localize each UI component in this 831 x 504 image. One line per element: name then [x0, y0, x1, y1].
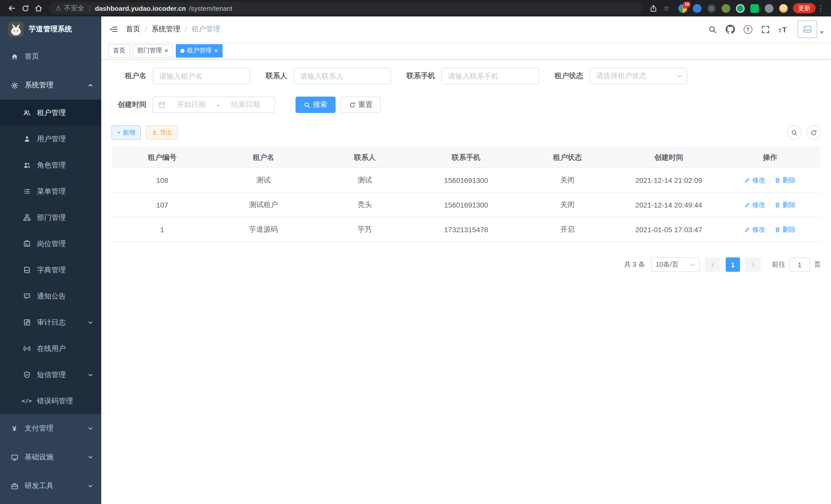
tab-tenant[interactable]: 租户管理 ×: [175, 44, 223, 57]
goto-page-input[interactable]: [790, 258, 810, 272]
pagination: 共 3 条 10条/页 1 前往 页: [112, 258, 821, 272]
extension-icon[interactable]: [693, 4, 701, 12]
url-path: /system/tenant: [189, 4, 233, 12]
sidebar-item-post[interactable]: 岗位管理: [0, 231, 101, 257]
browser-home-button[interactable]: [32, 2, 45, 15]
reset-button[interactable]: 重置: [341, 97, 381, 113]
prev-page-button[interactable]: [705, 258, 720, 272]
mobile-input[interactable]: [441, 68, 539, 84]
column-header: 创建时间: [618, 147, 719, 168]
back-arrow-icon: [8, 4, 16, 12]
breadcrumb-home[interactable]: 首页: [126, 25, 140, 34]
tab-home[interactable]: 首页: [109, 44, 130, 57]
contact-label: 联系人: [266, 71, 293, 81]
code-icon: </>: [23, 397, 31, 405]
delete-label: 删除: [782, 200, 796, 209]
address-bar[interactable]: ⚠ 不安全 dashboard.yudao.iocoder.cn/system/…: [49, 2, 642, 14]
calendar-icon: [158, 101, 166, 109]
column-header: 操作: [719, 147, 821, 168]
extension-icon[interactable]: [765, 4, 773, 12]
close-icon[interactable]: ×: [165, 47, 168, 54]
chevron-left-icon: [710, 262, 716, 267]
refresh-table-button[interactable]: [806, 125, 821, 140]
breadcrumb-system[interactable]: 系统管理: [152, 25, 180, 34]
sidebar-item-notice[interactable]: 通知公告: [0, 283, 101, 309]
system-submenu: 租户管理 用户管理 角色管理: [0, 100, 101, 414]
export-button[interactable]: 导出: [146, 125, 178, 140]
share-button[interactable]: [647, 2, 660, 15]
github-link-button[interactable]: [725, 25, 735, 34]
sidebar-item-payment[interactable]: ¥ 支付管理: [0, 414, 101, 443]
sidebar-item-label: 在线用户: [37, 344, 66, 353]
delete-button[interactable]: 删除: [775, 225, 796, 234]
edit-button[interactable]: 修改: [744, 200, 766, 209]
cell-created-at: 2021-12-14 21:02:09: [618, 168, 719, 192]
edit-button[interactable]: 修改: [744, 175, 766, 185]
bookmark-star-icon[interactable]: ☆: [660, 2, 673, 15]
sidebar-item-label: 研发工具: [25, 481, 53, 491]
sidebar-item-online-users[interactable]: 在线用户: [0, 335, 101, 362]
help-button[interactable]: ?: [743, 25, 752, 34]
toggle-search-button[interactable]: [787, 125, 801, 140]
sidebar-item-role[interactable]: 角色管理: [0, 152, 101, 178]
sidebar-item-user[interactable]: 用户管理: [0, 126, 101, 152]
sidebar-item-home[interactable]: 首页: [0, 42, 101, 71]
search-button[interactable]: 搜索: [295, 97, 336, 113]
text-small-icon: T: [778, 28, 781, 33]
edit-button[interactable]: 修改: [744, 225, 766, 234]
cell-tenant-name: 测试: [213, 168, 314, 192]
cell-created-at: 2021-01-05 17:03:47: [618, 217, 719, 242]
date-range-picker[interactable]: 开始日期 - 结束日期: [153, 97, 275, 113]
extension-icon[interactable]: [750, 4, 759, 12]
sidebar-item-dept[interactable]: 部门管理: [0, 205, 101, 231]
app-window: 芋道管理系统 首页 系统管理: [0, 17, 831, 504]
page-size-select[interactable]: 10条/页: [651, 258, 700, 272]
sidebar-item-label: 基础设施: [25, 453, 53, 462]
rabbit-logo-icon: [8, 22, 24, 37]
sidebar-item-dev-tools[interactable]: 研发工具: [0, 472, 101, 500]
sidebar-toggle-button[interactable]: [101, 17, 126, 42]
add-button[interactable]: + 新增: [112, 125, 141, 140]
sidebar-item-dict[interactable]: 字典管理: [0, 257, 101, 283]
extension-icon[interactable]: 10: [678, 4, 687, 12]
user-avatar-menu[interactable]: [798, 21, 824, 38]
chevron-right-icon: [750, 262, 756, 267]
contact-input[interactable]: [293, 68, 391, 84]
browser-update-button[interactable]: 更新: [793, 3, 815, 13]
column-header: 租户名: [213, 147, 314, 168]
extension-badge: 10: [683, 1, 691, 7]
tab-dept[interactable]: 部门管理 ×: [133, 44, 173, 57]
download-icon: [152, 129, 158, 136]
sidebar-item-sms[interactable]: 短信管理: [0, 362, 101, 388]
sidebar-item-system[interactable]: 系统管理: [0, 71, 101, 100]
extension-icon[interactable]: [721, 4, 730, 12]
header-search-button[interactable]: [708, 25, 717, 34]
extension-icon[interactable]: [736, 4, 745, 12]
close-icon[interactable]: ×: [214, 47, 218, 54]
page-number-button[interactable]: 1: [726, 258, 740, 272]
font-size-button[interactable]: T T: [778, 25, 787, 33]
caret-down-icon: [820, 31, 824, 36]
cell-status: 开启: [517, 217, 618, 242]
cell-status: 关闭: [517, 168, 618, 192]
sidebar-item-tenant[interactable]: 租户管理: [0, 100, 101, 126]
sidebar-item-error-code[interactable]: </> 错误码管理: [0, 388, 101, 414]
browser-reload-button[interactable]: [19, 2, 32, 15]
next-page-button[interactable]: [745, 258, 761, 272]
status-select[interactable]: 请选择租户状态: [590, 68, 687, 84]
tenant-name-input[interactable]: [153, 68, 250, 84]
app-logo[interactable]: 芋道管理系统: [0, 17, 101, 42]
navbar-actions: ? T T: [708, 21, 831, 38]
delete-button[interactable]: 删除: [775, 200, 796, 209]
browser-back-button[interactable]: [5, 2, 19, 15]
sidebar-item-audit-log[interactable]: 审计日志: [0, 309, 101, 335]
sidebar-item-infrastructure[interactable]: 基础设施: [0, 443, 101, 472]
date-separator: -: [217, 101, 220, 109]
fullscreen-button[interactable]: [761, 25, 770, 34]
breadcrumb: 首页 / 系统管理 / 租户管理: [126, 25, 221, 34]
browser-profile-avatar[interactable]: [779, 4, 788, 12]
extension-icon[interactable]: [707, 4, 716, 12]
delete-button[interactable]: 删除: [775, 175, 796, 185]
browser-menu-icon[interactable]: ⋮: [815, 4, 826, 13]
sidebar-item-menu[interactable]: 菜单管理: [0, 178, 101, 205]
